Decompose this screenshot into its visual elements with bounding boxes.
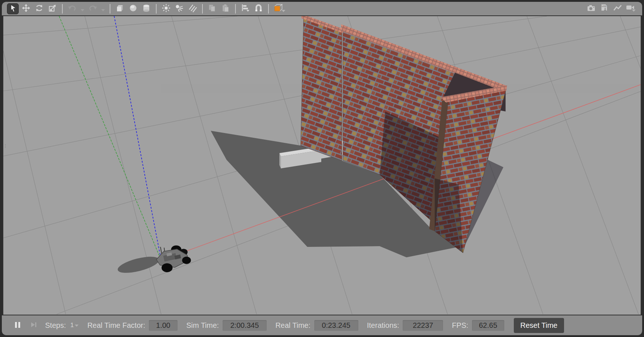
screenshot-button[interactable] [586, 3, 597, 14]
toolbar-separator [62, 4, 63, 14]
main-toolbar: LOG [2, 2, 642, 15]
real-time-value: 0:23.245 [314, 320, 358, 331]
fps-label: FPS: [452, 321, 468, 330]
paste-icon [221, 4, 230, 14]
spot-light-icon [175, 4, 184, 14]
toolbar-separator [235, 4, 236, 14]
real-time-label: Real Time: [275, 321, 311, 330]
chevron-down-icon [81, 9, 84, 11]
plot-line-icon [613, 4, 623, 13]
scale-tool-button[interactable] [47, 3, 58, 14]
sphere-icon [129, 4, 138, 14]
copy-button[interactable] [206, 3, 218, 14]
pause-button[interactable] [11, 319, 24, 332]
directional-light-button[interactable] [187, 3, 198, 14]
render-viewport[interactable]: ⋮ ⋮ [3, 16, 641, 315]
left-splitter-handle[interactable]: ⋮ [3, 145, 5, 147]
box-icon [116, 4, 124, 14]
sim-time-label: Sim Time: [186, 321, 219, 330]
align-icon [241, 4, 250, 14]
copy-icon [208, 4, 217, 14]
scene-canvas[interactable] [3, 16, 641, 315]
step-forward-icon [30, 322, 37, 329]
plot-button[interactable] [612, 3, 624, 14]
view-angle-button[interactable] [272, 3, 287, 14]
directional-light-icon [188, 4, 197, 14]
iterations-label: Iterations: [367, 321, 399, 330]
robot-wheel [182, 256, 191, 264]
fps-value: 62.65 [472, 320, 504, 331]
rotate-tool-button[interactable] [33, 3, 45, 14]
redo-history-dropdown[interactable] [100, 3, 106, 14]
translate-tool-button[interactable] [20, 3, 32, 14]
step-button[interactable] [28, 319, 40, 332]
log-icon-text: LOG [602, 5, 607, 7]
insert-box-button[interactable] [114, 3, 126, 14]
magnet-icon [254, 4, 263, 14]
redo-button[interactable] [87, 3, 99, 14]
right-splitter-handle[interactable]: ⋮ [639, 145, 641, 147]
simulation-statusbar: Steps: 1 Real Time Factor: 1.00 Sim Time… [2, 315, 642, 335]
align-tool-button[interactable] [239, 3, 251, 14]
gazebo-window: LOG [2, 2, 642, 335]
toolbar-separator [110, 4, 110, 14]
camera-icon [587, 4, 596, 13]
point-light-icon [162, 4, 171, 14]
robot-wheel [161, 263, 172, 272]
view-cube-icon [274, 3, 286, 14]
steps-value: 1 [70, 322, 74, 329]
rtf-value[interactable]: 1.00 [149, 320, 178, 331]
redo-arrow-icon [88, 4, 97, 13]
cursor-arrow-icon [9, 4, 17, 13]
steps-label: Steps: [45, 321, 66, 330]
point-light-button[interactable] [160, 3, 172, 14]
paste-button[interactable] [220, 3, 231, 14]
log-download-icon: LOG [600, 4, 610, 14]
pause-icon [14, 321, 21, 330]
scale-icon [48, 4, 56, 13]
chevron-down-icon [101, 9, 105, 11]
rtf-label: Real Time Factor: [87, 321, 145, 330]
undo-arrow-icon [68, 4, 77, 13]
toolbar-separator [268, 4, 269, 14]
rotate-arrows-icon [35, 4, 43, 13]
spot-light-button[interactable] [173, 3, 185, 14]
select-tool-button[interactable] [7, 3, 19, 14]
iterations-value: 22237 [403, 320, 443, 331]
reset-time-button[interactable]: Reset Time [514, 318, 564, 333]
move-arrows-icon [22, 4, 30, 13]
chevron-down-icon [75, 325, 78, 327]
toolbar-separator [202, 4, 203, 14]
insert-sphere-button[interactable] [127, 3, 139, 14]
sim-time-value: 2:00.345 [223, 320, 267, 331]
toolbar-separator [156, 4, 157, 14]
snap-tool-button[interactable] [253, 3, 264, 14]
insert-cylinder-button[interactable] [140, 3, 152, 14]
video-camera-icon [626, 4, 637, 14]
undo-history-dropdown[interactable] [80, 3, 85, 14]
log-record-button[interactable]: LOG [599, 3, 611, 14]
steps-value-dropdown[interactable]: 1 [70, 322, 78, 329]
video-record-button[interactable] [625, 3, 637, 14]
undo-button[interactable] [66, 3, 78, 14]
cylinder-icon [142, 4, 151, 14]
